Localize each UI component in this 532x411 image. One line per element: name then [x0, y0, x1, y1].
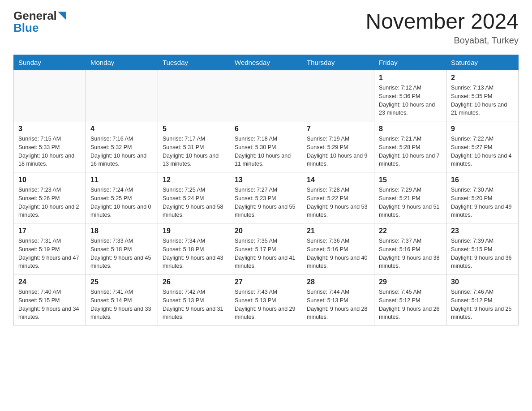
- table-row: 5Sunrise: 7:17 AM Sunset: 5:31 PM Daylig…: [158, 121, 230, 172]
- day-info: Sunrise: 7:17 AM Sunset: 5:31 PM Dayligh…: [163, 135, 225, 168]
- table-row: 8Sunrise: 7:21 AM Sunset: 5:28 PM Daylig…: [374, 121, 446, 172]
- day-number: 8: [379, 125, 442, 133]
- table-row: 15Sunrise: 7:29 AM Sunset: 5:21 PM Dayli…: [374, 172, 446, 223]
- table-row: [14, 70, 86, 121]
- day-number: 19: [163, 227, 225, 235]
- table-row: 14Sunrise: 7:28 AM Sunset: 5:22 PM Dayli…: [302, 172, 374, 223]
- table-row: 25Sunrise: 7:41 AM Sunset: 5:14 PM Dayli…: [86, 274, 158, 325]
- table-row: 17Sunrise: 7:31 AM Sunset: 5:19 PM Dayli…: [14, 223, 86, 274]
- day-number: 13: [235, 176, 297, 184]
- table-row: 1Sunrise: 7:12 AM Sunset: 5:36 PM Daylig…: [374, 70, 446, 121]
- day-info: Sunrise: 7:39 AM Sunset: 5:15 PM Dayligh…: [451, 237, 514, 270]
- day-number: 3: [18, 125, 81, 133]
- table-row: 26Sunrise: 7:42 AM Sunset: 5:13 PM Dayli…: [158, 274, 230, 325]
- calendar-table: Sunday Monday Tuesday Wednesday Thursday…: [13, 55, 519, 325]
- day-number: 10: [18, 176, 81, 184]
- day-number: 28: [307, 278, 369, 286]
- table-row: 16Sunrise: 7:30 AM Sunset: 5:20 PM Dayli…: [446, 172, 519, 223]
- table-row: 10Sunrise: 7:23 AM Sunset: 5:26 PM Dayli…: [14, 172, 86, 223]
- day-info: Sunrise: 7:31 AM Sunset: 5:19 PM Dayligh…: [18, 237, 81, 270]
- header-friday: Friday: [374, 55, 446, 70]
- logo-blue-text: Blue: [13, 21, 39, 35]
- header-thursday: Thursday: [302, 55, 374, 70]
- table-row: 12Sunrise: 7:25 AM Sunset: 5:24 PM Dayli…: [158, 172, 230, 223]
- day-number: 2: [451, 74, 514, 82]
- table-row: 20Sunrise: 7:35 AM Sunset: 5:17 PM Dayli…: [230, 223, 302, 274]
- day-info: Sunrise: 7:22 AM Sunset: 5:27 PM Dayligh…: [451, 135, 514, 168]
- table-row: 11Sunrise: 7:24 AM Sunset: 5:25 PM Dayli…: [86, 172, 158, 223]
- calendar-header-row: Sunday Monday Tuesday Wednesday Thursday…: [14, 55, 519, 70]
- table-row: 22Sunrise: 7:37 AM Sunset: 5:16 PM Dayli…: [374, 223, 446, 274]
- day-number: 21: [307, 227, 369, 235]
- page-header: General Blue November 2024 Boyabat, Turk…: [13, 9, 519, 46]
- header-sunday: Sunday: [14, 55, 86, 70]
- day-number: 29: [379, 278, 442, 286]
- day-number: 22: [379, 227, 442, 235]
- day-number: 4: [90, 125, 153, 133]
- day-number: 9: [451, 125, 514, 133]
- day-info: Sunrise: 7:37 AM Sunset: 5:16 PM Dayligh…: [379, 237, 442, 270]
- day-number: 7: [307, 125, 369, 133]
- day-info: Sunrise: 7:40 AM Sunset: 5:15 PM Dayligh…: [18, 288, 81, 321]
- location: Boyabat, Turkey: [365, 35, 519, 46]
- day-info: Sunrise: 7:46 AM Sunset: 5:12 PM Dayligh…: [451, 288, 514, 321]
- day-info: Sunrise: 7:29 AM Sunset: 5:21 PM Dayligh…: [379, 186, 442, 219]
- logo: General Blue: [13, 9, 66, 35]
- table-row: 7Sunrise: 7:19 AM Sunset: 5:29 PM Daylig…: [302, 121, 374, 172]
- day-number: 11: [90, 176, 153, 184]
- day-info: Sunrise: 7:33 AM Sunset: 5:18 PM Dayligh…: [90, 237, 153, 270]
- day-info: Sunrise: 7:43 AM Sunset: 5:13 PM Dayligh…: [235, 288, 297, 321]
- day-number: 30: [451, 278, 514, 286]
- logo-triangle-icon: [58, 12, 66, 20]
- month-title: November 2024: [365, 9, 519, 34]
- table-row: 13Sunrise: 7:27 AM Sunset: 5:23 PM Dayli…: [230, 172, 302, 223]
- day-number: 12: [163, 176, 225, 184]
- day-info: Sunrise: 7:42 AM Sunset: 5:13 PM Dayligh…: [163, 288, 225, 321]
- day-info: Sunrise: 7:15 AM Sunset: 5:33 PM Dayligh…: [18, 135, 81, 168]
- table-row: 21Sunrise: 7:36 AM Sunset: 5:16 PM Dayli…: [302, 223, 374, 274]
- day-info: Sunrise: 7:35 AM Sunset: 5:17 PM Dayligh…: [235, 237, 297, 270]
- table-row: 4Sunrise: 7:16 AM Sunset: 5:32 PM Daylig…: [86, 121, 158, 172]
- day-number: 17: [18, 227, 81, 235]
- header-monday: Monday: [86, 55, 158, 70]
- day-info: Sunrise: 7:27 AM Sunset: 5:23 PM Dayligh…: [235, 186, 297, 219]
- table-row: 3Sunrise: 7:15 AM Sunset: 5:33 PM Daylig…: [14, 121, 86, 172]
- day-number: 18: [90, 227, 153, 235]
- table-row: 19Sunrise: 7:34 AM Sunset: 5:18 PM Dayli…: [158, 223, 230, 274]
- day-number: 16: [451, 176, 514, 184]
- day-number: 24: [18, 278, 81, 286]
- table-row: 28Sunrise: 7:44 AM Sunset: 5:13 PM Dayli…: [302, 274, 374, 325]
- table-row: 30Sunrise: 7:46 AM Sunset: 5:12 PM Dayli…: [446, 274, 519, 325]
- day-info: Sunrise: 7:18 AM Sunset: 5:30 PM Dayligh…: [235, 135, 297, 168]
- header-wednesday: Wednesday: [230, 55, 302, 70]
- table-row: 27Sunrise: 7:43 AM Sunset: 5:13 PM Dayli…: [230, 274, 302, 325]
- day-info: Sunrise: 7:45 AM Sunset: 5:12 PM Dayligh…: [379, 288, 442, 321]
- table-row: 23Sunrise: 7:39 AM Sunset: 5:15 PM Dayli…: [446, 223, 519, 274]
- table-row: [302, 70, 374, 121]
- day-number: 26: [163, 278, 225, 286]
- day-info: Sunrise: 7:34 AM Sunset: 5:18 PM Dayligh…: [163, 237, 225, 270]
- day-number: 5: [163, 125, 225, 133]
- day-number: 1: [379, 74, 442, 82]
- table-row: [230, 70, 302, 121]
- title-block: November 2024 Boyabat, Turkey: [365, 9, 519, 46]
- day-info: Sunrise: 7:12 AM Sunset: 5:36 PM Dayligh…: [379, 84, 442, 117]
- day-number: 20: [235, 227, 297, 235]
- day-number: 23: [451, 227, 514, 235]
- table-row: 24Sunrise: 7:40 AM Sunset: 5:15 PM Dayli…: [14, 274, 86, 325]
- table-row: 2Sunrise: 7:13 AM Sunset: 5:35 PM Daylig…: [446, 70, 519, 121]
- day-info: Sunrise: 7:21 AM Sunset: 5:28 PM Dayligh…: [379, 135, 442, 168]
- day-info: Sunrise: 7:23 AM Sunset: 5:26 PM Dayligh…: [18, 186, 81, 219]
- day-info: Sunrise: 7:41 AM Sunset: 5:14 PM Dayligh…: [90, 288, 153, 321]
- svg-marker-0: [58, 12, 66, 20]
- table-row: [158, 70, 230, 121]
- day-number: 25: [90, 278, 153, 286]
- day-number: 27: [235, 278, 297, 286]
- table-row: [86, 70, 158, 121]
- day-info: Sunrise: 7:19 AM Sunset: 5:29 PM Dayligh…: [307, 135, 369, 168]
- table-row: 18Sunrise: 7:33 AM Sunset: 5:18 PM Dayli…: [86, 223, 158, 274]
- day-info: Sunrise: 7:24 AM Sunset: 5:25 PM Dayligh…: [90, 186, 153, 219]
- table-row: 6Sunrise: 7:18 AM Sunset: 5:30 PM Daylig…: [230, 121, 302, 172]
- day-info: Sunrise: 7:36 AM Sunset: 5:16 PM Dayligh…: [307, 237, 369, 270]
- table-row: 9Sunrise: 7:22 AM Sunset: 5:27 PM Daylig…: [446, 121, 519, 172]
